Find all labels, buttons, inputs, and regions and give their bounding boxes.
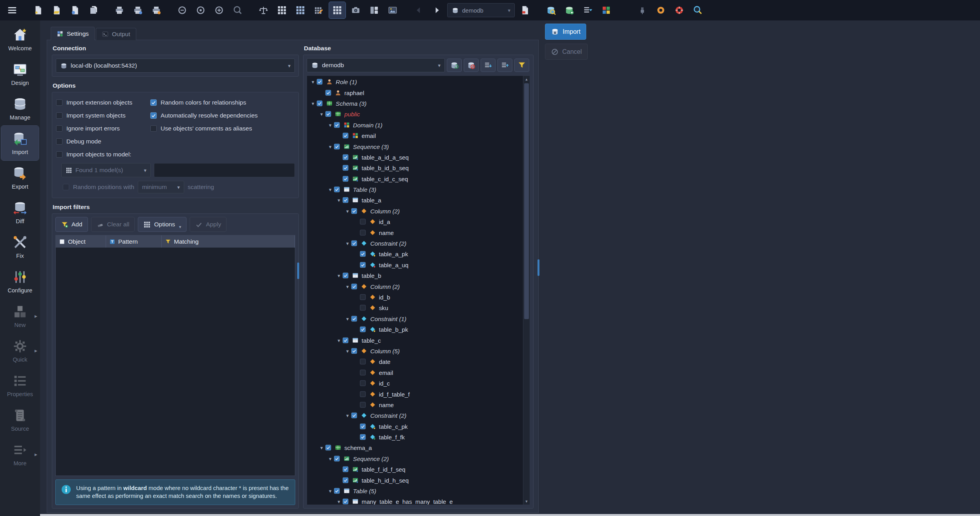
option-checkbox-row[interactable]: Use objects' comments as aliases xyxy=(150,122,295,135)
tree-checkbox-checked[interactable] xyxy=(316,79,323,85)
tree-checkbox-checked[interactable] xyxy=(342,272,349,279)
nav-back-button[interactable] xyxy=(410,2,427,18)
option-checkbox-row[interactable]: Ignore import errors xyxy=(56,122,150,135)
canvas-image-button[interactable] xyxy=(384,2,401,18)
drop-database-button[interactable] xyxy=(464,59,479,72)
sidebar-item-fix[interactable]: Fix xyxy=(1,230,39,264)
tree-checkbox-unchecked[interactable] xyxy=(360,402,366,408)
tree-row[interactable]: id_c xyxy=(307,378,523,389)
filter-objects-button[interactable] xyxy=(514,59,529,72)
nav-forward-button[interactable] xyxy=(429,2,445,18)
tree-expander-icon[interactable]: ▾ xyxy=(309,101,316,107)
tree-checkbox-checked[interactable] xyxy=(351,208,358,215)
tree-row[interactable]: ▾Constraint (1) xyxy=(307,314,523,324)
tree-expander-icon[interactable]: ▾ xyxy=(344,316,351,322)
zoom-out-button[interactable] xyxy=(174,2,190,18)
tree-expander-icon[interactable]: ▾ xyxy=(327,488,334,494)
model-selector-combo[interactable]: demodb▾ xyxy=(447,3,515,17)
object-index-button[interactable] xyxy=(580,2,596,18)
plugins-button[interactable] xyxy=(598,2,614,18)
tree-row[interactable]: table_a_uq xyxy=(307,260,523,270)
tree-row[interactable]: table_a_pk xyxy=(307,249,523,259)
tree-checkbox-checked[interactable] xyxy=(342,197,349,204)
save-model-button[interactable] xyxy=(67,2,83,18)
tree-expander-icon[interactable]: ▾ xyxy=(344,348,351,354)
connection-combo[interactable]: local-db (localhost:5432) ▾ xyxy=(56,59,295,73)
sidebar-item-manage[interactable]: Manage xyxy=(1,91,39,126)
tree-checkbox-checked[interactable] xyxy=(351,348,358,354)
tree-row[interactable]: ▾Role (1) xyxy=(307,77,523,87)
tree-row[interactable]: table_f_fk xyxy=(307,432,523,443)
expand-all-button[interactable] xyxy=(481,59,495,72)
screenshot-button[interactable] xyxy=(347,2,364,18)
objects-scale-button[interactable] xyxy=(255,2,272,18)
tree-expander-icon[interactable]: ▾ xyxy=(344,284,351,290)
tree-row[interactable]: id_f_table_f xyxy=(307,389,523,399)
export-file-button[interactable] xyxy=(130,2,146,18)
model-name-field[interactable] xyxy=(154,163,295,177)
tree-checkbox-unchecked[interactable] xyxy=(360,380,366,387)
tab-output[interactable]: Output xyxy=(96,28,136,40)
tree-expander-icon[interactable]: ▾ xyxy=(344,413,351,419)
tree-row[interactable]: ▾Sequence (3) xyxy=(307,141,523,152)
sidebar-item-more[interactable]: More▸ xyxy=(1,437,39,472)
open-model-button[interactable] xyxy=(48,2,65,18)
sidebar-item-import[interactable]: Import xyxy=(1,126,39,160)
tree-checkbox-checked[interactable] xyxy=(360,326,366,333)
tree-row[interactable]: ▾table_b xyxy=(307,270,523,281)
option-checkbox-row[interactable]: Import system objects xyxy=(56,109,150,122)
database-combo[interactable]: demodb ▾ xyxy=(307,58,445,72)
new-database-object-button[interactable] xyxy=(561,2,578,18)
compact-view-button[interactable] xyxy=(329,2,346,18)
tree-row[interactable]: email xyxy=(307,367,523,378)
tree-expander-icon[interactable]: ▾ xyxy=(327,187,334,193)
tree-row[interactable]: ▾Sequence (2) xyxy=(307,454,523,464)
sidebar-item-source[interactable]: Source xyxy=(1,402,39,437)
tree-expander-icon[interactable]: ▾ xyxy=(335,338,342,343)
tree-row[interactable]: ▾Domain (1) xyxy=(307,120,523,130)
zoom-in-button[interactable] xyxy=(211,2,227,18)
tree-checkbox-checked[interactable] xyxy=(334,186,340,193)
splitter-handle-left[interactable] xyxy=(297,263,299,279)
tree-row[interactable]: ▾schema_a xyxy=(307,443,523,453)
tree-expander-icon[interactable]: ▾ xyxy=(318,445,325,451)
sidebar-item-quick[interactable]: Quick▸ xyxy=(1,333,39,368)
tree-checkbox-checked[interactable] xyxy=(351,283,358,290)
main-menu-button[interactable] xyxy=(4,2,20,18)
refresh-database-button[interactable] xyxy=(447,59,462,72)
import-button[interactable]: Import xyxy=(545,24,586,40)
tree-row[interactable]: ▾Table (5) xyxy=(307,486,523,496)
tree-checkbox-checked[interactable] xyxy=(334,143,340,150)
column-header-object[interactable]: Object xyxy=(56,235,106,248)
tree-checkbox-checked[interactable] xyxy=(325,90,332,96)
edit-objects-button[interactable] xyxy=(311,2,327,18)
tree-checkbox-checked[interactable] xyxy=(334,455,340,462)
tree-row[interactable]: ▾table_c xyxy=(307,335,523,345)
option-checkbox-row[interactable]: Random colors for relationships xyxy=(150,96,295,109)
tree-checkbox-checked[interactable] xyxy=(342,466,349,473)
show-grid-button[interactable] xyxy=(274,2,290,18)
tree-checkbox-checked[interactable] xyxy=(360,251,366,257)
tree-row[interactable]: email xyxy=(307,130,523,141)
tree-row[interactable]: table_c_id_c_seq xyxy=(307,174,523,184)
tree-checkbox-unchecked[interactable] xyxy=(360,294,366,301)
arrange-objects-button[interactable] xyxy=(366,2,382,18)
tree-row[interactable]: table_b_id_b_seq xyxy=(307,163,523,173)
tree-row[interactable]: id_b xyxy=(307,292,523,303)
tree-scrollbar[interactable]: ▲ ▼ xyxy=(523,76,530,505)
tree-checkbox-checked[interactable] xyxy=(334,488,340,494)
tree-row[interactable]: ▾Column (2) xyxy=(307,281,523,292)
tree-row[interactable]: sku xyxy=(307,303,523,313)
scattering-combo[interactable]: minimum ▾ xyxy=(138,181,184,193)
splitter-handle-right[interactable] xyxy=(538,259,539,276)
tree-row[interactable]: table_b_pk xyxy=(307,324,523,335)
collapse-all-button[interactable] xyxy=(497,59,512,72)
export-image-button[interactable] xyxy=(148,2,165,18)
tree-row[interactable]: table_a_id_a_seq xyxy=(307,152,523,163)
tree-checkbox-checked[interactable] xyxy=(351,240,358,247)
tree-expander-icon[interactable]: ▾ xyxy=(335,197,342,203)
tree-row[interactable]: ▾public xyxy=(307,109,523,119)
sidebar-item-properties[interactable]: Properties xyxy=(1,368,39,402)
tree-checkbox-checked[interactable] xyxy=(325,444,332,451)
support-button[interactable] xyxy=(671,2,687,18)
